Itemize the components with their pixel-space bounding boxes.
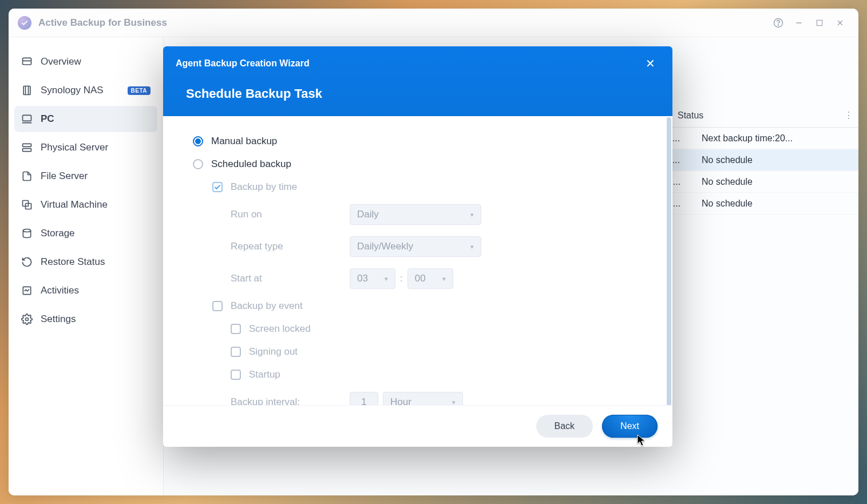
sidebar-item-label: Activities <box>41 285 79 296</box>
checkbox-backup-by-time[interactable]: Backup by time <box>212 181 643 193</box>
sidebar-item-restore-status[interactable]: Restore Status <box>14 249 157 275</box>
field-repeat-type: Repeat type Daily/Weekly▾ <box>231 236 643 257</box>
checkbox-icon <box>212 182 223 192</box>
checkbox-label: Signing out <box>249 346 298 358</box>
field-backup-interval: Backup interval: 1 Hour▾ <box>231 392 643 405</box>
chevron-down-icon: ▾ <box>385 275 388 283</box>
nas-icon <box>21 85 33 96</box>
checkbox-label: Backup by time <box>231 181 297 193</box>
gear-icon <box>21 313 33 325</box>
storage-icon <box>21 228 33 239</box>
app-icon <box>18 16 31 30</box>
modal-close-button[interactable]: ✕ <box>641 54 660 73</box>
radio-scheduled-backup[interactable]: Scheduled backup <box>193 158 643 170</box>
restore-icon <box>21 256 33 268</box>
svg-rect-14 <box>23 149 31 152</box>
modal-subtitle: Schedule Backup Task <box>163 81 672 116</box>
vm-icon <box>21 199 33 211</box>
select-run-on[interactable]: Daily▾ <box>350 204 481 225</box>
back-button[interactable]: Back <box>536 415 593 438</box>
field-label: Start at <box>231 273 345 284</box>
checkbox-signing-out[interactable]: Signing out <box>231 346 643 358</box>
checkbox-screen-locked[interactable]: Screen locked <box>231 323 643 335</box>
sidebar-item-pc[interactable]: PC <box>14 106 157 132</box>
dashboard-icon <box>21 56 33 68</box>
app-title: Active Backup for Business <box>38 17 167 29</box>
close-button[interactable] <box>831 14 849 32</box>
server-icon <box>21 142 33 153</box>
sidebar-item-label: Synology NAS <box>41 85 104 96</box>
time-colon: : <box>400 273 403 284</box>
beta-badge: BETA <box>128 86 151 95</box>
field-label: Backup interval: <box>231 396 345 405</box>
radio-label: Manual backup <box>211 136 277 147</box>
svg-rect-8 <box>23 86 30 95</box>
checkbox-backup-by-event[interactable]: Backup by event <box>212 300 643 312</box>
checkbox-startup[interactable]: Startup <box>231 369 643 380</box>
sidebar-item-physical-server[interactable]: Physical Server <box>14 134 157 161</box>
svg-point-17 <box>23 229 30 232</box>
next-button[interactable]: Next <box>602 415 658 438</box>
cell-status: No schedule <box>696 199 858 209</box>
svg-point-1 <box>778 25 778 25</box>
file-server-icon <box>21 170 33 182</box>
column-menu-icon[interactable]: ⋮ <box>839 110 858 121</box>
checkbox-icon <box>231 347 241 357</box>
field-run-on: Run on Daily▾ <box>231 204 643 225</box>
select-start-minute[interactable]: 00▾ <box>407 268 453 289</box>
sidebar-item-file-server[interactable]: File Server <box>14 163 157 189</box>
radio-icon <box>193 159 203 169</box>
activities-icon <box>21 285 33 296</box>
sidebar-item-label: Overview <box>41 56 81 68</box>
svg-point-19 <box>26 318 29 321</box>
checkbox-icon <box>212 301 223 311</box>
field-start-at: Start at 03▾ : 00▾ <box>231 268 643 289</box>
radio-label: Scheduled backup <box>211 158 291 170</box>
chevron-down-icon: ▾ <box>452 399 456 406</box>
sidebar-item-label: Virtual Machine <box>41 199 108 211</box>
sidebar-item-activities[interactable]: Activities <box>14 277 157 304</box>
sidebar-item-label: Storage <box>41 228 75 239</box>
svg-rect-13 <box>23 144 31 146</box>
sidebar: Overview Synology NAS BETA PC Physical S… <box>9 37 163 495</box>
sidebar-item-overview[interactable]: Overview <box>14 49 157 75</box>
radio-manual-backup[interactable]: Manual backup <box>193 136 643 147</box>
sidebar-item-label: Restore Status <box>41 256 105 268</box>
wizard-modal: Agent Backup Creation Wizard ✕ Schedule … <box>163 46 672 447</box>
sidebar-item-label: Physical Server <box>41 142 108 153</box>
titlebar: Active Backup for Business <box>9 9 858 37</box>
radio-icon <box>193 136 203 146</box>
app-window: Active Backup for Business Overview Syno… <box>9 9 858 495</box>
modal-body: Manual backup Scheduled backup Backup by… <box>163 116 672 405</box>
sidebar-item-storage[interactable]: Storage <box>14 220 157 247</box>
sidebar-item-settings[interactable]: Settings <box>14 306 157 332</box>
select-interval-unit[interactable]: Hour▾ <box>383 392 463 405</box>
help-button[interactable] <box>769 14 787 32</box>
cell-status: Next backup time:20... <box>696 133 858 144</box>
svg-rect-3 <box>817 20 822 25</box>
column-header-status[interactable]: Status <box>667 110 839 121</box>
cell-status: No schedule <box>696 155 858 165</box>
checkbox-label: Backup by event <box>231 300 303 312</box>
checkbox-icon <box>231 324 241 334</box>
scrollbar[interactable] <box>667 117 671 405</box>
input-interval-value[interactable]: 1 <box>350 392 378 405</box>
chevron-down-icon: ▾ <box>470 211 474 219</box>
sidebar-item-synology-nas[interactable]: Synology NAS BETA <box>14 77 157 104</box>
chevron-down-icon: ▾ <box>442 275 446 283</box>
select-start-hour[interactable]: 03▾ <box>350 268 395 289</box>
sidebar-item-virtual-machine[interactable]: Virtual Machine <box>14 192 157 218</box>
checkbox-icon <box>231 370 241 380</box>
sidebar-item-label: Settings <box>41 313 76 325</box>
minimize-button[interactable] <box>790 14 808 32</box>
sidebar-item-label: File Server <box>41 170 88 182</box>
sidebar-item-label: PC <box>41 113 54 125</box>
modal-footer: Back Next <box>163 405 672 447</box>
pc-icon <box>21 113 33 125</box>
field-label: Repeat type <box>231 241 345 252</box>
chevron-down-icon: ▾ <box>470 243 474 251</box>
maximize-button[interactable] <box>810 14 829 32</box>
select-repeat-type[interactable]: Daily/Weekly▾ <box>350 236 481 257</box>
modal-header: Agent Backup Creation Wizard ✕ Schedule … <box>163 46 672 116</box>
modal-title: Agent Backup Creation Wizard <box>176 58 310 69</box>
